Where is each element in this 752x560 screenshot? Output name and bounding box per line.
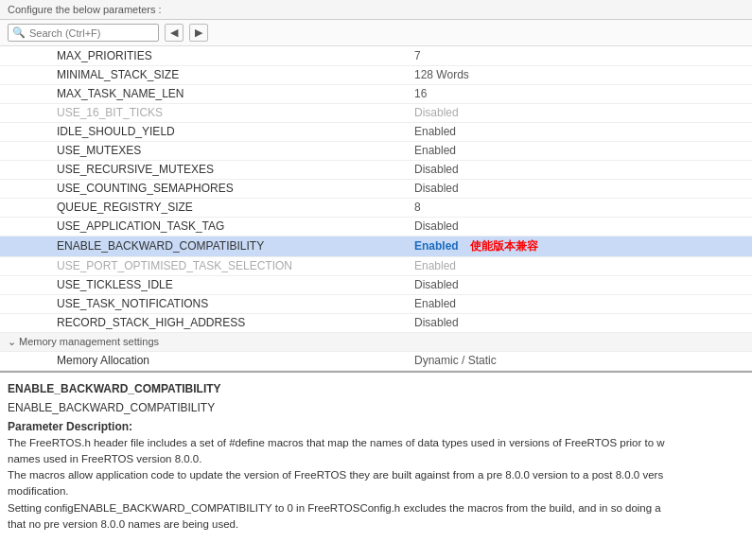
param-name-cell: USE_TASK_NOTIFICATIONS xyxy=(0,294,407,313)
table-row[interactable]: MAX_TASK_NAME_LEN16 xyxy=(0,84,752,103)
desc-line: The macros allow application code to upd… xyxy=(8,467,744,483)
param-value-cell: Dynamic / Static xyxy=(407,351,752,370)
search-icon: 🔍 xyxy=(12,26,26,39)
memory-section-header: ⌄ Memory management settings xyxy=(0,332,752,351)
desc-line: Setting configENABLE_BACKWARD_COMPATIBIL… xyxy=(8,500,744,516)
table-row[interactable]: USE_TICKLESS_IDLEDisabled xyxy=(0,275,752,294)
param-name-cell: USE_RECURSIVE_MUTEXES xyxy=(0,160,407,179)
param-value-cell: Disabled xyxy=(407,179,752,198)
table-row[interactable]: USE_COUNTING_SEMAPHORESDisabled xyxy=(0,179,752,198)
table-row[interactable]: USE_RECURSIVE_MUTEXESDisabled xyxy=(0,160,752,179)
search-box[interactable]: 🔍 xyxy=(8,24,159,42)
desc-subtitle: ENABLE_BACKWARD_COMPATIBILITY xyxy=(8,399,744,416)
toolbar: 🔍 ◀ ▶ xyxy=(0,20,752,46)
param-value-cell: Disabled xyxy=(407,160,752,179)
description-panel: ENABLE_BACKWARD_COMPATIBILITY ENABLE_BAC… xyxy=(0,371,752,546)
section-arrow: ⌄ xyxy=(8,336,16,347)
param-value-cell: Enabled xyxy=(407,256,752,275)
param-name-cell: USE_APPLICATION_TASK_TAG xyxy=(0,217,407,236)
param-name-cell: IDLE_SHOULD_YIELD xyxy=(0,122,407,141)
param-name-cell: MAX_TASK_NAME_LEN xyxy=(0,84,407,103)
desc-line: names used in FreeRTOS version 8.0.0. xyxy=(8,451,744,467)
param-value-cell: Enabled xyxy=(407,141,752,160)
param-value-cell: 7 xyxy=(407,46,752,65)
table-row[interactable]: ENABLE_BACKWARD_COMPATIBILITYEnabled使能版本… xyxy=(0,236,752,256)
param-name-cell: QUEUE_REGISTRY_SIZE xyxy=(0,198,407,217)
param-value-cell: Disabled xyxy=(407,217,752,236)
desc-line: that no pre version 8.0.0 names are bein… xyxy=(8,516,744,533)
table-row[interactable]: RECORD_STACK_HIGH_ADDRESSDisabled xyxy=(0,313,752,332)
param-value-cell: Disabled xyxy=(407,275,752,294)
desc-body: The FreeRTOS.h header file includes a se… xyxy=(8,435,744,534)
param-name-cell: ENABLE_BACKWARD_COMPATIBILITY xyxy=(0,236,407,256)
param-value-cell: Disabled xyxy=(407,313,752,332)
param-name-cell: USE_16_BIT_TICKS xyxy=(0,103,407,122)
param-name-cell: MAX_PRIORITIES xyxy=(0,46,407,65)
table-row[interactable]: MAX_PRIORITIES7 xyxy=(0,46,752,65)
param-name-cell: USE_TICKLESS_IDLE xyxy=(0,275,407,294)
table-row[interactable]: USE_APPLICATION_TASK_TAGDisabled xyxy=(0,217,752,236)
table-row[interactable]: USE_TASK_NOTIFICATIONSEnabled xyxy=(0,294,752,313)
top-bar: Configure the below parameters : xyxy=(0,0,752,20)
param-name-cell: USE_COUNTING_SEMAPHORES xyxy=(0,179,407,198)
desc-title: ENABLE_BACKWARD_COMPATIBILITY xyxy=(8,380,744,397)
table-row[interactable]: IDLE_SHOULD_YIELDEnabled xyxy=(0,122,752,141)
desc-line: modification. xyxy=(8,483,744,499)
desc-line: The FreeRTOS.h header file includes a se… xyxy=(8,435,744,451)
param-value-cell: Enabled xyxy=(407,294,752,313)
table-row[interactable]: USE_16_BIT_TICKSDisabled xyxy=(0,103,752,122)
param-name-cell: USE_PORT_OPTIMISED_TASK_SELECTION xyxy=(0,256,407,275)
param-value-cell: Enabled使能版本兼容 xyxy=(407,236,752,256)
table-row[interactable]: USE_PORT_OPTIMISED_TASK_SELECTIONEnabled xyxy=(0,256,752,275)
table-row[interactable]: USE_MUTEXESEnabled xyxy=(0,141,752,160)
param-name-cell: Memory Allocation xyxy=(0,351,407,370)
desc-param-label: Parameter Description: xyxy=(8,418,744,435)
table-row[interactable]: Memory AllocationDynamic / Static xyxy=(0,351,752,370)
param-value-cell: 8 xyxy=(407,198,752,217)
param-name-cell: USE_MUTEXES xyxy=(0,141,407,160)
table-row[interactable]: MINIMAL_STACK_SIZE128 Words xyxy=(0,65,752,84)
param-name-cell: MINIMAL_STACK_SIZE xyxy=(0,65,407,84)
prev-button[interactable]: ◀ xyxy=(165,24,184,42)
next-button[interactable]: ▶ xyxy=(189,24,208,42)
table-row[interactable]: QUEUE_REGISTRY_SIZE8 xyxy=(0,198,752,217)
search-input[interactable] xyxy=(29,27,152,39)
param-value-cell: Disabled xyxy=(407,103,752,122)
param-value-cell: 128 Words xyxy=(407,65,752,84)
chinese-label: 使能版本兼容 xyxy=(470,239,538,253)
top-bar-text: Configure the below parameters : xyxy=(8,4,162,15)
param-value-cell: 16 xyxy=(407,84,752,103)
params-table: MAX_PRIORITIES7MINIMAL_STACK_SIZE128 Wor… xyxy=(0,46,752,371)
param-name-cell: RECORD_STACK_HIGH_ADDRESS xyxy=(0,313,407,332)
param-value-cell: Enabled xyxy=(407,122,752,141)
